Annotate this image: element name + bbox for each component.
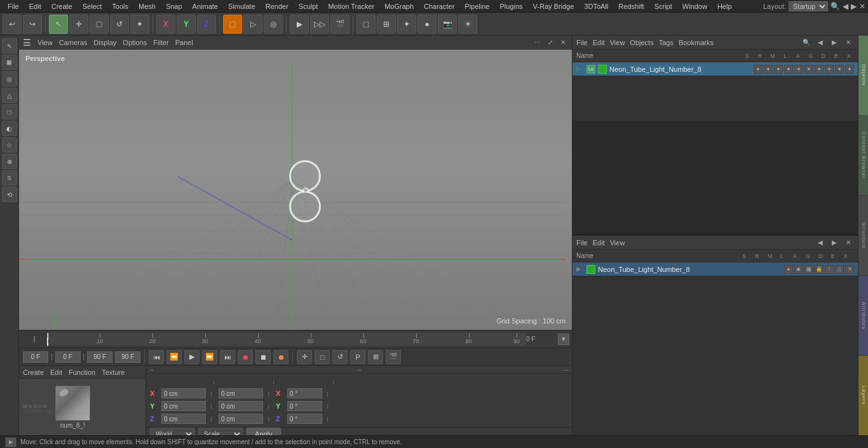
z-position-field[interactable]	[161, 414, 206, 424]
obj-dot-icon-7[interactable]: ●	[815, 65, 824, 74]
menu-mograph[interactable]: MoGraph	[379, 0, 419, 12]
start-frame-input[interactable]	[23, 351, 48, 363]
forward-icon[interactable]: ▶	[851, 2, 857, 11]
menu-sculpt[interactable]: Sculpt	[294, 0, 323, 12]
material-menu-texture[interactable]: Texture	[102, 369, 125, 376]
timeline-track[interactable]: 0 10 20 30 40 50 60 70 80 90	[47, 333, 526, 346]
obj-dot-icon-2[interactable]: ●	[764, 65, 773, 74]
om-menu-objects[interactable]: Objects	[630, 39, 653, 46]
attr-forward-icon[interactable]: ▶	[829, 237, 840, 248]
viewport-menu-panel[interactable]: Panel	[175, 39, 193, 46]
om-menu-bookmarks[interactable]: Bookmarks	[679, 39, 714, 46]
menu-character[interactable]: Character	[419, 0, 459, 12]
obj-dot-icon-1[interactable]: ●	[754, 65, 763, 74]
tab-attributes[interactable]: Attributes	[858, 276, 868, 356]
attr-icon-6[interactable]: △	[835, 265, 844, 274]
sidebar-tool-deformer[interactable]: ⊕	[2, 154, 17, 169]
menu-window[interactable]: Window	[677, 0, 712, 12]
rotate-key-button[interactable]: ↺	[332, 350, 348, 364]
om-menu-view[interactable]: View	[610, 39, 625, 46]
attr-icon-4[interactable]: 🔒	[815, 265, 824, 274]
menu-plugins[interactable]: Plugins	[494, 0, 527, 12]
poly-mode-button[interactable]: ◎	[264, 15, 283, 34]
y-size-field[interactable]	[219, 401, 263, 411]
menu-help[interactable]: Help	[712, 0, 737, 12]
transform-tool-button[interactable]: ✦	[130, 15, 149, 34]
attr-menu-edit[interactable]: Edit	[593, 239, 605, 247]
sidebar-tool-nurbs[interactable]: △	[2, 88, 17, 103]
sidebar-tool-object[interactable]: ◎	[2, 71, 17, 86]
sidebar-tool-mesh[interactable]: ▦	[2, 55, 17, 70]
material-menu-edit[interactable]: Edit	[50, 369, 62, 376]
autokey-button[interactable]: ⏺	[273, 350, 288, 364]
menu-pipeline[interactable]: Pipeline	[459, 0, 494, 12]
menu-3dtoall[interactable]: 3DToAll	[579, 0, 613, 12]
film-format-button[interactable]: 🎬	[386, 350, 401, 364]
attr-icon-5[interactable]: ↑	[825, 265, 834, 274]
attr-icon-2[interactable]: ■	[794, 265, 803, 274]
z-rotation-field[interactable]	[287, 414, 322, 424]
menu-tools[interactable]: Tools	[107, 0, 133, 12]
move-tool-button[interactable]: ✛	[69, 15, 88, 34]
menu-script[interactable]: Script	[649, 0, 677, 12]
viewport-icon-left[interactable]: ☰	[23, 37, 31, 48]
om-forward-icon[interactable]: ▶	[829, 37, 840, 48]
camera-button[interactable]: 📷	[438, 15, 457, 34]
goto-start-button[interactable]: ⏮	[149, 350, 164, 364]
menu-animate[interactable]: Animate	[187, 0, 223, 12]
stop-button[interactable]: ⏹	[255, 350, 271, 364]
obj-dot-icon-6[interactable]: ●	[804, 65, 813, 74]
world-select[interactable]: World	[150, 428, 194, 435]
move-key-button[interactable]: ✛	[297, 350, 312, 364]
viewport-cube-button[interactable]: □	[356, 15, 376, 34]
attr-menu-view[interactable]: View	[610, 239, 625, 247]
menu-render[interactable]: Render	[261, 0, 294, 12]
undo-button[interactable]: ↩	[3, 15, 22, 34]
layout-select[interactable]: Startup	[789, 1, 828, 11]
obj-dot-icon-5[interactable]: ●	[794, 65, 803, 74]
step-forward-button[interactable]: ⏩	[202, 350, 217, 364]
material-item-1[interactable]: num_8_!	[55, 386, 90, 429]
menu-mesh[interactable]: Mesh	[133, 0, 161, 12]
axis-y-button[interactable]: Y	[177, 15, 196, 34]
viewport-menu-filter[interactable]: Filter	[153, 39, 168, 46]
back-icon[interactable]: ◀	[843, 2, 848, 11]
viewport-icon-close[interactable]: ✕	[558, 37, 568, 48]
attr-icon-1[interactable]: ●	[784, 265, 793, 274]
x-rotation-field[interactable]	[287, 388, 322, 398]
apply-button[interactable]: Apply	[247, 428, 281, 435]
obj-dot-icon-4[interactable]: ●	[784, 65, 793, 74]
axis-z-button[interactable]: Z	[197, 15, 216, 34]
object-row-1[interactable]: ▷ Lo Neon_Tube_Light_Number_8 ● ● ● ● ● …	[573, 62, 858, 76]
om-search-icon[interactable]: 🔍	[801, 37, 812, 48]
sidebar-tool-cube[interactable]: □	[2, 104, 17, 119]
step-back-button[interactable]: ⏪	[166, 350, 182, 364]
viewport-icon-dots[interactable]: ⋯	[532, 37, 543, 48]
menu-vray[interactable]: V-Ray Bridge	[528, 0, 580, 12]
object-mode-button[interactable]: □	[223, 15, 242, 34]
tab-layers[interactable]: Layers	[858, 356, 868, 435]
obj-dot-icon-3[interactable]: ●	[774, 65, 783, 74]
viewport-menu-cameras[interactable]: Cameras	[59, 39, 88, 46]
close-icon[interactable]: ✕	[859, 2, 865, 11]
tab-content-browser[interactable]: Content Browser	[858, 116, 868, 196]
sidebar-tool-mograph[interactable]: ⟲	[2, 187, 17, 202]
viewport-menu-display[interactable]: Display	[93, 39, 116, 46]
attr-back-icon[interactable]: ◀	[815, 237, 826, 248]
x-position-field[interactable]	[161, 388, 206, 398]
select-tool-button[interactable]: ↖	[49, 15, 68, 34]
obj-dot-icon-9[interactable]: ●	[835, 65, 844, 74]
render-picture-viewer-button[interactable]: 🎬	[330, 15, 349, 34]
render-region-button[interactable]: ▶	[290, 15, 309, 34]
viewport-menu-view[interactable]: View	[37, 39, 53, 46]
render-active-button[interactable]: ▷▷	[310, 15, 329, 34]
scale-select[interactable]: Scale	[198, 428, 243, 435]
attr-close-icon[interactable]: ✕	[843, 237, 854, 248]
end-frame-right-input[interactable]	[115, 351, 140, 363]
om-close-icon[interactable]: ✕	[843, 37, 854, 48]
om-menu-tags[interactable]: Tags	[659, 39, 674, 46]
viewport-menu-options[interactable]: Options	[123, 39, 147, 46]
menu-edit[interactable]: Edit	[24, 0, 46, 12]
current-frame-input[interactable]	[55, 351, 81, 363]
menu-simulate[interactable]: Simulate	[223, 0, 261, 12]
